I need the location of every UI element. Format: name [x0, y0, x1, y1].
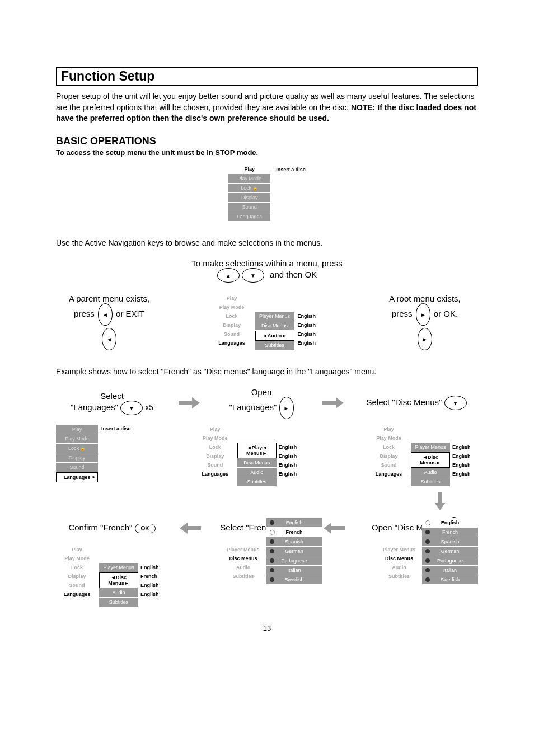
- main-menu-center: Play Play Mode Lock Display Sound Langua…: [211, 294, 253, 348]
- submenu-step4-left: Player Menus Disc Menus Audio Subtitles: [380, 545, 419, 581]
- page-number: 13: [56, 624, 478, 632]
- right-button-step2[interactable]: ►: [279, 397, 294, 419]
- submenu-disc-menus: Disc Menus: [255, 321, 294, 331]
- menu-step3-left: Play Play Mode Lock Display Sound Langua…: [368, 425, 410, 478]
- left-button-large[interactable]: ◄: [102, 328, 116, 350]
- menu-item-sound: Sound: [228, 203, 270, 212]
- arrow-icon: [322, 524, 345, 533]
- step2-label: Open"Languages" ►: [211, 387, 312, 419]
- up-button[interactable]: ▲: [217, 268, 240, 283]
- values-center: English English English English: [297, 312, 324, 348]
- parent-note-line1: A parent menu exists,: [56, 294, 162, 303]
- arrow-icon: [179, 524, 201, 533]
- selections-note-post: and then OK: [270, 270, 317, 279]
- intro-text: Proper setup of the unit will let you en…: [56, 91, 478, 124]
- menu-item-languages: Languages: [228, 212, 270, 222]
- submenu-step6: Player Menus ◄Disc Menus► Audio Subtitle…: [99, 563, 138, 607]
- down-button-step3[interactable]: ▼: [444, 396, 467, 410]
- main-menu-initial: Play Play Mode Lock🔒 Display Sound Langu…: [228, 165, 270, 222]
- submenu-subtitles: Subtitles: [255, 341, 294, 350]
- arrow-icon: [179, 398, 201, 407]
- submenu-center: Player Menus Disc Menus ◄Audio► Subtitle…: [255, 312, 294, 350]
- down-button-step1[interactable]: ▼: [120, 401, 143, 415]
- right-button-large[interactable]: ►: [418, 328, 432, 350]
- menu-item-lock: Lock🔒: [228, 184, 270, 193]
- lock-icon: 🔒: [252, 186, 258, 191]
- insert-disc-small: Insert a disc: [101, 426, 131, 431]
- menu-step6-left: Play Play Mode Lock Display Sound Langua…: [56, 545, 98, 599]
- submenu-audio: ◄Audio►: [255, 331, 294, 341]
- root-note-ok: or OK.: [434, 309, 458, 318]
- insert-disc-label: Insert a disc: [276, 167, 306, 172]
- root-note: A root menu exists, press ► or OK. ►: [372, 294, 478, 350]
- submenu-step5-left: Player Menus Disc Menus Audio Subtitles: [224, 545, 263, 581]
- down-button[interactable]: ▼: [242, 268, 264, 283]
- menu-step1: Play Play Mode Lock🔒 Display Sound Langu…: [56, 425, 98, 482]
- selections-note: To make selections within a menu, press …: [56, 259, 478, 283]
- values-step2: English English English English: [278, 443, 305, 478]
- submenu-player-menus: Player Menus: [255, 312, 294, 321]
- submenu-step3: Player Menus ◄Disc Menus► Audio Subtitle…: [411, 443, 450, 487]
- access-note: To access the setup menu the unit must b…: [56, 148, 478, 157]
- radio-list-step4: English French Spanish German Portuguese…: [422, 518, 478, 585]
- basic-operations-heading: BASIC OPERATIONS: [56, 135, 478, 147]
- step1-label: Select"Languages" ▼ x5: [56, 391, 168, 415]
- left-button[interactable]: ◄: [98, 303, 113, 326]
- values-step3: English English English English: [451, 443, 478, 478]
- radio-list-step5: English French Spanish German Portuguese…: [266, 518, 322, 585]
- menu-item-playmode: Play Mode: [228, 174, 270, 184]
- parent-note-exit: or EXIT: [116, 309, 144, 318]
- step3-label: Select "Disc Menus" ▼: [355, 396, 478, 410]
- menu-step2-left: Play Play Mode Lock Display Sound Langua…: [194, 425, 236, 478]
- nav-note: Use the Active Navigation keys to browse…: [56, 238, 478, 247]
- arrow-down-icon: [435, 492, 444, 509]
- step6-label: Confirm "French" OK: [56, 523, 168, 533]
- parent-note: A parent menu exists, press ◄ or EXIT ◄: [56, 294, 162, 350]
- arrow-icon: [322, 398, 345, 407]
- root-note-press: press: [392, 309, 413, 318]
- right-button[interactable]: ►: [416, 303, 430, 326]
- ok-button[interactable]: OK: [135, 524, 156, 533]
- parent-note-press: press: [74, 309, 95, 318]
- root-note-line1: A root menu exists,: [372, 294, 478, 303]
- selections-note-pre: To make selections within a menu, press: [191, 259, 342, 268]
- menu-item-display: Display: [228, 193, 270, 203]
- submenu-step2: ◄Player Menus► Disc Menus Audio Subtitle…: [237, 443, 277, 487]
- values-step6: English French English English: [139, 563, 166, 599]
- example-note: Example shows how to select "French" as …: [56, 367, 478, 376]
- menu-item-play: Play: [228, 165, 270, 174]
- page-title: Function Setup: [56, 67, 478, 86]
